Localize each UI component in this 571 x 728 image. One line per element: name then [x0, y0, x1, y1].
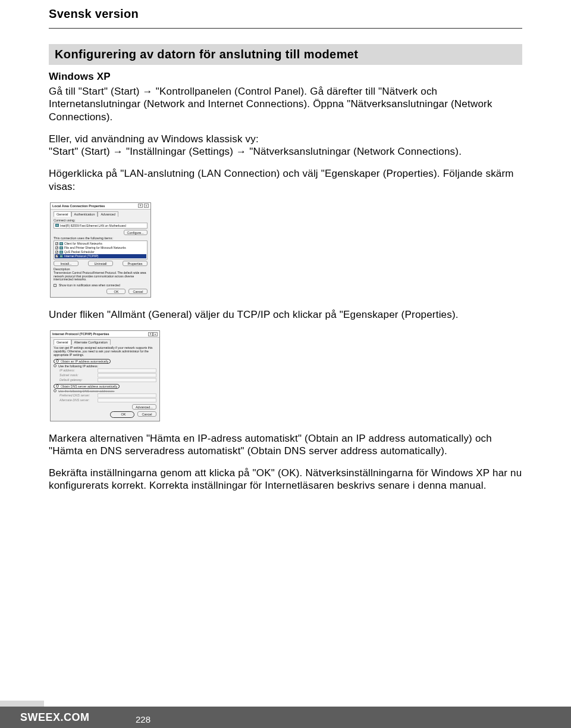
tab-advanced[interactable]: Advanced: [98, 211, 118, 217]
divider: [49, 28, 522, 29]
description-text: Transmission Control Protocol/Internet P…: [54, 271, 148, 282]
tab-alternate[interactable]: Alternate Configuration: [71, 339, 111, 345]
radio-icon: [56, 360, 59, 363]
field-subnet: Subnet mask:: [59, 373, 156, 377]
item-label: Internet Protocol (TCP/IP): [64, 254, 99, 258]
net-icon: [59, 255, 63, 258]
footer-brand: SWEEX.COM: [20, 711, 90, 724]
advanced-button[interactable]: Advanced...: [132, 404, 156, 410]
list-item-selected[interactable]: Internet Protocol (TCP/IP): [55, 254, 146, 258]
checkbox-icon[interactable]: [55, 251, 58, 254]
help-button[interactable]: ?: [148, 332, 153, 336]
tabs: General Authentication Advanced: [54, 211, 148, 217]
field-label: Preferred DNS server:: [59, 393, 95, 397]
cancel-button[interactable]: Cancel: [128, 289, 148, 294]
label-uses-items: This connection uses the following items…: [54, 236, 148, 240]
item-label: File and Printer Sharing for Microsoft N…: [64, 246, 126, 249]
list-item[interactable]: Client for Microsoft Networks: [55, 242, 146, 246]
label-connect-using: Connect using:: [54, 218, 148, 222]
checkbox-icon[interactable]: [55, 242, 58, 245]
field-alt-dns: Alternate DNS server:: [59, 398, 156, 402]
option-use-dns[interactable]: Use the following DNS server addresses:: [54, 389, 156, 393]
dialog-title: Internet Protocol (TCP/IP) Properties: [52, 332, 109, 336]
show-icon-label: Show icon in notification area when conn…: [59, 283, 120, 287]
option-use-ip[interactable]: Use the following IP address:: [54, 364, 156, 368]
option-label: Obtain DNS server address automatically: [61, 385, 117, 388]
paragraph: Bekräfta inställningarna genom att klick…: [49, 467, 522, 492]
tab-authentication[interactable]: Authentication: [71, 211, 98, 217]
checkbox-icon[interactable]: [54, 284, 57, 287]
item-label: Client for Microsoft Networks: [64, 242, 102, 245]
cancel-button[interactable]: Cancel: [137, 411, 156, 417]
ok-button[interactable]: OK: [106, 289, 126, 294]
paragraph: "Start" (Start) → "Inställningar (Settin…: [49, 145, 522, 158]
uninstall-button[interactable]: Uninstall: [88, 261, 113, 266]
ip-input[interactable]: [98, 368, 156, 373]
dialog-tcpip-properties: Internet Protocol (TCP/IP) Properties ? …: [50, 330, 160, 421]
option-auto-dns[interactable]: Obtain DNS server address automatically: [54, 384, 156, 389]
install-button[interactable]: Install...: [54, 261, 79, 266]
checkbox-icon[interactable]: [55, 255, 58, 258]
field-ip-address: IP address:: [59, 368, 156, 373]
ip-input[interactable]: [98, 398, 156, 402]
tabs: General Alternate Configuration: [54, 339, 156, 345]
close-button[interactable]: ×: [153, 332, 158, 336]
field-label: Alternate DNS server:: [59, 398, 95, 402]
adapter-name: Intel(R) 82559 Fast Ethernet LAN on Moth…: [60, 224, 126, 227]
page-number: 228: [136, 714, 150, 724]
list-item[interactable]: QoS Packet Scheduler: [55, 250, 146, 254]
net-icon: [59, 251, 63, 254]
show-icon-option[interactable]: Show icon in notification area when conn…: [54, 283, 148, 287]
section-title: Konfigurering av datorn för anslutning t…: [49, 44, 522, 65]
ip-input[interactable]: [98, 378, 156, 382]
paragraph: Markera alternativen "Hämta en IP-adress…: [49, 432, 522, 458]
paragraph: Gå till "Start" (Start) → "Kontrollpanel…: [49, 85, 522, 123]
dialog-lan-properties: Local Area Connection Properties ? × Gen…: [50, 202, 151, 298]
subsection-windows-xp: Windows XP: [49, 71, 522, 83]
properties-button[interactable]: Properties: [123, 261, 148, 266]
close-button[interactable]: ×: [144, 204, 149, 208]
field-pref-dns: Preferred DNS server:: [59, 393, 156, 398]
option-auto-ip[interactable]: Obtain an IP address automatically: [54, 359, 156, 364]
field-label: Default gateway:: [59, 378, 95, 382]
net-icon: [59, 242, 63, 245]
field-gateway: Default gateway:: [59, 378, 156, 382]
option-label: Use the following IP address:: [58, 364, 98, 368]
field-label: Subnet mask:: [59, 373, 95, 377]
tab-general[interactable]: General: [54, 339, 71, 345]
ip-input[interactable]: [98, 393, 156, 398]
net-icon: [59, 246, 63, 249]
help-button[interactable]: ?: [138, 204, 143, 208]
adapter-field: Intel(R) 82559 Fast Ethernet LAN on Moth…: [54, 223, 148, 229]
page-header: Svensk version: [49, 7, 522, 21]
paragraph: Högerklicka på "LAN-anslutning (LAN Conn…: [49, 167, 522, 193]
tab-general[interactable]: General: [54, 211, 71, 217]
checkbox-icon[interactable]: [55, 246, 58, 249]
field-label: IP address:: [59, 368, 95, 372]
ok-button[interactable]: OK: [114, 412, 133, 417]
dialog-title: Local Area Connection Properties: [52, 204, 105, 208]
paragraph: Eller, vid användning av Windows klassis…: [49, 133, 522, 145]
radio-icon: [54, 389, 57, 392]
option-label: Obtain an IP address automatically: [61, 360, 108, 363]
ip-input[interactable]: [98, 373, 156, 377]
list-item[interactable]: File and Printer Sharing for Microsoft N…: [55, 246, 146, 250]
footer-tab-decoration: [0, 701, 44, 707]
radio-icon: [56, 385, 59, 388]
dialog-titlebar: Local Area Connection Properties ? ×: [51, 203, 150, 210]
components-list: Client for Microsoft Networks File and P…: [54, 240, 148, 260]
dialog-titlebar: Internet Protocol (TCP/IP) Properties ? …: [51, 331, 159, 338]
radio-icon: [54, 364, 57, 367]
item-label: QoS Packet Scheduler: [64, 250, 95, 254]
paragraph: Under fliken "Allmänt (General) väljer d…: [49, 308, 522, 321]
option-label: Use the following DNS server addresses:: [58, 389, 115, 393]
page-footer: SWEEX.COM 228: [0, 707, 571, 728]
adapter-icon: [55, 224, 59, 227]
label-description: Description: [54, 267, 148, 271]
configure-button[interactable]: Configure...: [124, 230, 148, 235]
blurb-text: You can get IP settings assigned automat…: [54, 346, 156, 357]
